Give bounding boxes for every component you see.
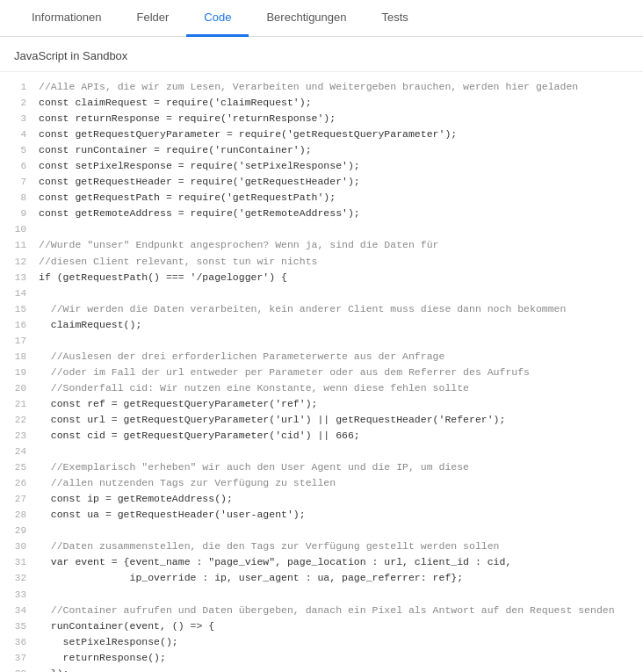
line-number: 9: [7, 206, 26, 221]
code-line: 4const getRequestQueryParameter = requir…: [0, 126, 643, 142]
line-text: const cid = getRequestQueryParameter('ci…: [39, 428, 360, 444]
line-text: const ip = getRemoteAddress();: [39, 491, 233, 507]
code-line: 31 var event = {event_name : "page_view"…: [0, 554, 643, 570]
code-line: 22 const url = getRequestQueryParameter(…: [0, 412, 643, 428]
line-number: 29: [7, 523, 26, 538]
code-line: 11//Wurde "unser" Endpunkt angesprochen?…: [0, 237, 643, 253]
line-text: //Daten zusammenstellen, die den Tags zu…: [39, 538, 500, 554]
line-text: var event = {event_name : "page_view", p…: [39, 554, 511, 570]
line-number: 19: [7, 365, 26, 380]
code-line: 30 //Daten zusammenstellen, die den Tags…: [0, 538, 643, 554]
line-text: //Exemplarisch "erheben" wir auch den Us…: [39, 459, 469, 475]
code-line: 32 ip_override : ip, user_agent : ua, pa…: [0, 570, 643, 586]
line-number: 28: [7, 507, 26, 523]
code-line: 2const claimRequest = require('claimRequ…: [0, 95, 643, 111]
line-text: //Alle APIs, die wir zum Lesen, Verarbei…: [39, 79, 578, 95]
line-number: 15: [7, 301, 26, 317]
code-line: 9const getRemoteAddress = require('getRe…: [0, 206, 643, 221]
line-number: 36: [7, 634, 26, 650]
line-text: //Sonderfall cid: Wir nutzen eine Konsta…: [39, 380, 469, 396]
line-number: 13: [7, 270, 26, 285]
line-number: 4: [7, 126, 26, 142]
line-text: //Auslesen der drei erforderlichen Param…: [39, 349, 444, 365]
code-line: 34 //Container aufrufen und Daten überge…: [0, 603, 643, 618]
code-line: 14: [0, 285, 643, 301]
code-line: 19 //oder im Fall der url entweder per P…: [0, 365, 643, 380]
code-line: 1//Alle APIs, die wir zum Lesen, Verarbe…: [0, 79, 643, 95]
line-text: const getRequestHeader = require('getReq…: [39, 174, 360, 190]
line-number: 27: [7, 491, 26, 507]
code-line: 27 const ip = getRemoteAddress();: [0, 491, 643, 507]
code-line: 16 claimRequest();: [0, 317, 643, 333]
line-number: 11: [7, 237, 26, 253]
line-number: 1: [7, 79, 26, 95]
code-line: 13if (getRequestPath() === '/pagelogger'…: [0, 270, 643, 285]
tabs-container: Informationen Felder Code Berechtigungen…: [0, 0, 643, 672]
line-text: const url = getRequestQueryParameter('ur…: [39, 412, 505, 428]
code-line: 36 setPixelResponse();: [0, 634, 643, 650]
line-number: 24: [7, 444, 26, 459]
line-text: runContainer(event, () => {: [39, 618, 214, 634]
line-number: 7: [7, 174, 26, 190]
line-text: const ref = getRequestQueryParameter('re…: [39, 396, 317, 412]
line-number: 16: [7, 317, 26, 333]
line-number: 8: [7, 190, 26, 206]
line-text: //Wir werden die Daten verarbeiten, kein…: [39, 301, 566, 317]
code-line: 24: [0, 444, 643, 459]
line-number: 30: [7, 538, 26, 554]
line-number: 23: [7, 428, 26, 444]
code-line: 5const runContainer = require('runContai…: [0, 142, 643, 158]
line-text: const getRequestPath = require('getReque…: [39, 190, 336, 206]
line-number: 25: [7, 459, 26, 475]
line-number: 31: [7, 554, 26, 570]
line-text: });: [39, 666, 69, 672]
tab-code[interactable]: Code: [186, 0, 249, 37]
line-number: 38: [7, 666, 26, 672]
code-line: 15 //Wir werden die Daten verarbeiten, k…: [0, 301, 643, 317]
line-number: 21: [7, 396, 26, 412]
line-text: const runContainer = require('runContain…: [39, 142, 312, 158]
code-line: 8const getRequestPath = require('getRequ…: [0, 190, 643, 206]
line-number: 17: [7, 333, 26, 349]
line-text: const getRequestQueryParameter = require…: [39, 126, 457, 142]
line-text: const returnResponse = require('returnRe…: [39, 111, 336, 126]
line-number: 26: [7, 475, 26, 491]
line-number: 12: [7, 254, 26, 270]
code-line: 18 //Auslesen der drei erforderlichen Pa…: [0, 349, 643, 365]
line-number: 2: [7, 95, 26, 111]
line-text: const ua = getRequestHeader('user-agent'…: [39, 507, 306, 523]
line-text: //Wurde "unser" Endpunkt angesprochen? W…: [39, 237, 438, 253]
line-text: if (getRequestPath() === '/pagelogger') …: [39, 270, 287, 285]
line-text: returnResponse();: [39, 650, 166, 666]
tab-bar: Informationen Felder Code Berechtigungen…: [0, 0, 643, 37]
section-title: JavaScript in Sandbox: [0, 37, 643, 72]
code-line: 25 //Exemplarisch "erheben" wir auch den…: [0, 459, 643, 475]
line-number: 33: [7, 587, 26, 603]
tab-felder[interactable]: Felder: [119, 0, 187, 37]
code-line: 3const returnResponse = require('returnR…: [0, 111, 643, 126]
line-text: //oder im Fall der url entweder per Para…: [39, 365, 530, 380]
code-line: 38 });: [0, 666, 643, 672]
line-text: ip_override : ip, user_agent : ua, page_…: [39, 570, 463, 586]
line-number: 10: [7, 221, 26, 237]
code-line: 12//diesen Client relevant, sonst tun wi…: [0, 254, 643, 270]
line-number: 35: [7, 618, 26, 634]
code-line: 23 const cid = getRequestQueryParameter(…: [0, 428, 643, 444]
line-text: const setPixelResponse = require('setPix…: [39, 158, 360, 174]
code-line: 28 const ua = getRequestHeader('user-age…: [0, 507, 643, 523]
code-editor[interactable]: 1//Alle APIs, die wir zum Lesen, Verarbe…: [0, 72, 643, 672]
line-number: 18: [7, 349, 26, 365]
tab-informationen[interactable]: Informationen: [14, 0, 119, 37]
code-line: 21 const ref = getRequestQueryParameter(…: [0, 396, 643, 412]
code-line: 33: [0, 587, 643, 603]
line-number: 32: [7, 570, 26, 586]
code-line: 17: [0, 333, 643, 349]
code-line: 20 //Sonderfall cid: Wir nutzen eine Kon…: [0, 380, 643, 396]
line-number: 37: [7, 650, 26, 666]
line-number: 5: [7, 142, 26, 158]
tab-berechtigungen[interactable]: Berechtigungen: [249, 0, 364, 37]
line-text: //allen nutzenden Tags zur Verfügung zu …: [39, 475, 336, 491]
code-line: 10: [0, 221, 643, 237]
line-text: //diesen Client relevant, sonst tun wir …: [39, 254, 317, 270]
tab-tests[interactable]: Tests: [365, 0, 426, 37]
